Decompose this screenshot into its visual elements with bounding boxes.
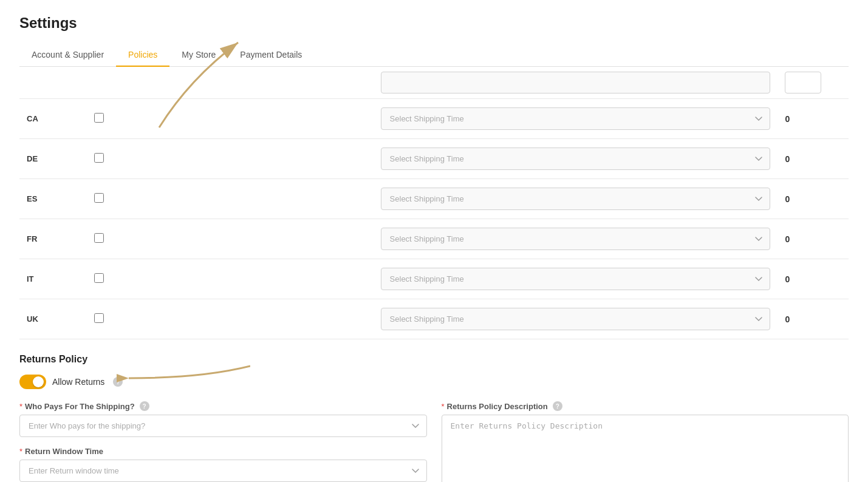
shipping-time-uk[interactable]: Select Shipping Time <box>381 308 771 330</box>
checkbox-it[interactable] <box>94 273 104 283</box>
tab-payment-details[interactable]: Payment Details <box>228 44 314 67</box>
returns-desc-textarea[interactable] <box>442 415 849 482</box>
shipping-table: CA Select Shipping Time 0 DE <box>19 67 849 339</box>
table-row-partial <box>19 67 849 99</box>
who-pays-field: * Who Pays For The Shipping? ? Enter Who… <box>19 401 427 437</box>
allow-returns-label: Allow Returns <box>52 377 104 387</box>
checkbox-uk[interactable] <box>94 313 104 323</box>
shipping-time-ca[interactable]: Select Shipping Time <box>381 107 771 130</box>
toggle-slider <box>19 375 46 389</box>
table-row-it: IT Select Shipping Time 0 <box>19 259 849 299</box>
returns-form-left: * Who Pays For The Shipping? ? Enter Who… <box>19 401 427 482</box>
return-window-select[interactable]: Enter Return window time <box>19 460 427 482</box>
shipping-time-it[interactable]: Select Shipping Time <box>381 268 771 290</box>
table-row-uk: UK Select Shipping Time 0 <box>19 299 849 339</box>
allow-returns-toggle[interactable] <box>19 375 46 389</box>
table-row-es: ES Select Shipping Time 0 <box>19 179 849 219</box>
who-pays-label: * Who Pays For The Shipping? ? <box>19 401 427 411</box>
return-window-label: * Return Window Time <box>19 447 427 456</box>
returns-policy-section: Returns Policy Allow Returns ? * Wh <box>19 354 849 482</box>
allow-returns-help-icon: ? <box>113 377 123 387</box>
who-pays-help-icon: ? <box>140 401 149 411</box>
returns-desc-label: * Returns Policy Description ? <box>442 401 849 411</box>
checkbox-fr[interactable] <box>94 233 104 243</box>
returns-policy-title: Returns Policy <box>19 354 849 365</box>
checkbox-es[interactable] <box>94 193 104 203</box>
shipping-time-fr[interactable]: Select Shipping Time <box>381 228 771 250</box>
table-row-fr: FR Select Shipping Time 0 <box>19 219 849 259</box>
returns-form-grid: * Who Pays For The Shipping? ? Enter Who… <box>19 401 849 482</box>
checkbox-de[interactable] <box>94 153 104 163</box>
tab-my-store[interactable]: My Store <box>169 44 228 67</box>
tab-account-supplier[interactable]: Account & Supplier <box>19 44 116 67</box>
returns-desc-help-icon: ? <box>553 401 562 411</box>
returns-desc-field: * Returns Policy Description ? <box>442 401 849 482</box>
tabs-nav: Account & Supplier Policies My Store Pay… <box>19 44 849 67</box>
shipping-time-es[interactable]: Select Shipping Time <box>381 188 771 210</box>
table-row-ca: CA Select Shipping Time 0 <box>19 99 849 139</box>
returns-form-right: * Returns Policy Description ? <box>442 401 849 482</box>
checkbox-ca[interactable] <box>94 113 104 123</box>
allow-returns-row: Allow Returns ? <box>19 375 849 389</box>
table-row-de: DE Select Shipping Time 0 <box>19 139 849 179</box>
who-pays-select[interactable]: Enter Who pays for the shipping? <box>19 415 427 437</box>
shipping-time-de[interactable]: Select Shipping Time <box>381 148 771 170</box>
page-title: Settings <box>19 15 849 32</box>
return-window-field: * Return Window Time Enter Return window… <box>19 447 427 482</box>
tab-policies[interactable]: Policies <box>116 44 169 67</box>
